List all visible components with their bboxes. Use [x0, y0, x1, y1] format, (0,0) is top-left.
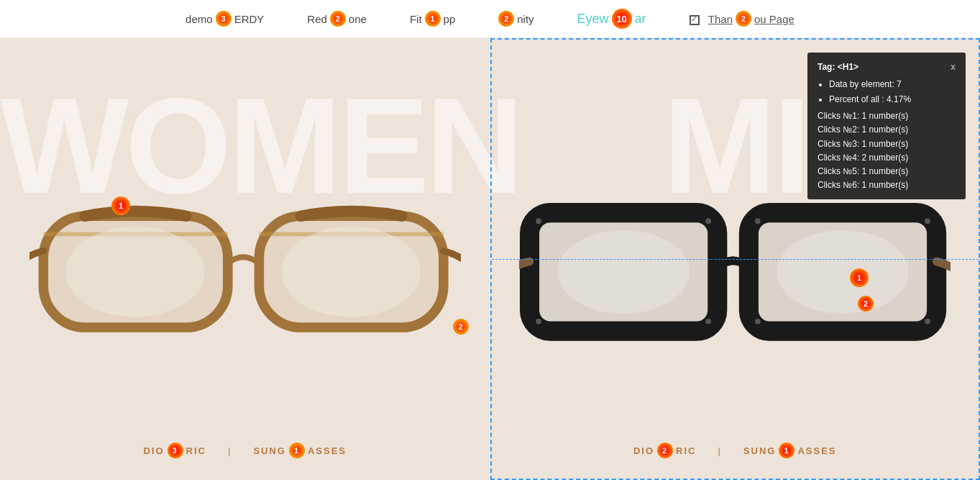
- left-section: WOMEN 1 2: [0, 38, 490, 480]
- nav-thankyou[interactable]: Than 2 ou Page: [690, 11, 794, 27]
- right-link-dioptric[interactable]: DIO 2 RIC: [633, 443, 697, 458]
- right-link-sunglasses[interactable]: SUNG 1 ASSES: [743, 443, 837, 458]
- nav-unity[interactable]: 2 nity: [498, 11, 533, 27]
- nav-redone-label2: one: [349, 13, 367, 25]
- svg-point-9: [536, 319, 541, 325]
- nav-thankyou-label: Than: [708, 13, 733, 25]
- left-glasses: [29, 178, 461, 354]
- nav-redone-label: Red: [307, 13, 327, 25]
- women-glasses-svg: [29, 178, 461, 351]
- nav-eyewear[interactable]: Eyew 10 ar: [577, 9, 646, 29]
- tooltip-header: Tag: <H1> x: [818, 60, 956, 74]
- tooltip-click-item: Clicks №1: 1 number(s): [818, 109, 956, 123]
- right-sep: |: [718, 445, 721, 456]
- left-sunglasses-dot[interactable]: 1: [289, 443, 305, 458]
- left-dioptric-dot[interactable]: 3: [168, 443, 183, 458]
- tooltip-close[interactable]: x: [951, 60, 956, 74]
- nav-unity-label: nity: [517, 13, 533, 25]
- left-sep: |: [228, 445, 232, 456]
- right-heat-marker-1[interactable]: 1: [850, 268, 869, 287]
- left-link-sunglasses[interactable]: SUNG 1 ASSES: [253, 443, 347, 458]
- tooltip-click-item: Clicks №4: 2 number(s): [818, 151, 956, 165]
- main-content: WOMEN 1 2: [0, 38, 980, 480]
- svg-point-16: [557, 230, 690, 314]
- nav-eyewear-dot[interactable]: 10: [612, 9, 632, 29]
- svg-point-10: [706, 319, 712, 325]
- tooltip-click-item: Clicks №5: 1 number(s): [818, 165, 956, 178]
- left-bottom-links: DIO 3 RIC | SUNG 1 ASSES: [143, 443, 347, 458]
- checkbox-icon: [690, 15, 700, 25]
- svg-point-13: [925, 218, 930, 224]
- navbar: demo 3 ERDY Red 2 one Fit 1 pp 2 nity Ey…: [0, 0, 980, 38]
- tooltip-data-by-element: Data by element: 7: [829, 77, 956, 91]
- right-dioptric-dot[interactable]: 2: [657, 443, 673, 458]
- nav-unity-dot[interactable]: 2: [498, 11, 514, 27]
- tooltip-click-item: Clicks №2: 1 number(s): [818, 123, 956, 137]
- nav-redone-dot[interactable]: 2: [330, 11, 346, 27]
- tooltip-clicks: Clicks №1: 1 number(s)Clicks №2: 1 numbe…: [818, 109, 956, 192]
- nav-redone[interactable]: Red 2 one: [307, 11, 367, 27]
- men-glasses-svg: [519, 182, 951, 355]
- right-dot-2[interactable]: 2: [858, 296, 874, 312]
- tooltip-box: Tag: <H1> x Data by element: 7 Percent o…: [807, 53, 966, 199]
- tooltip-click-item: Clicks №3: 1 number(s): [818, 137, 956, 151]
- nav-thankyou-label2: ou Page: [754, 13, 794, 25]
- right-sunglasses-dot[interactable]: 1: [779, 443, 794, 458]
- svg-point-7: [536, 218, 541, 224]
- right-dot-1[interactable]: 1: [850, 268, 869, 287]
- nav-fitapp-label: Fit: [410, 13, 422, 25]
- right-section: MI Tag: <H1> x Data by element: 7 Percen…: [490, 38, 981, 480]
- nav-fitapp-label2: pp: [444, 13, 456, 25]
- nav-fitapp[interactable]: Fit 1 pp: [410, 11, 455, 27]
- right-bottom-links: DIO 2 RIC | SUNG 1 ASSES: [633, 443, 837, 458]
- left-dot-1[interactable]: 1: [111, 196, 130, 215]
- svg-point-17: [777, 230, 909, 314]
- nav-fitapp-dot[interactable]: 1: [425, 11, 441, 27]
- nav-demonerdy-label2: ERDY: [234, 13, 265, 25]
- svg-point-4: [65, 227, 205, 317]
- tooltip-percent: Percent of all : 4.17%: [829, 92, 956, 107]
- nav-thankyou-dot[interactable]: 2: [736, 11, 751, 27]
- tooltip-tag: Tag: <H1>: [818, 60, 858, 74]
- svg-point-5: [281, 227, 421, 317]
- svg-point-8: [706, 218, 712, 224]
- nav-eyewear-label: Eyew: [577, 12, 609, 27]
- left-dot-2[interactable]: 2: [453, 319, 469, 335]
- nav-thankyou-space: [702, 13, 705, 25]
- svg-point-14: [755, 319, 761, 325]
- right-heat-marker-2[interactable]: 2: [858, 296, 874, 312]
- nav-eyewear-label2: ar: [635, 12, 646, 27]
- nav-demonerdy-dot[interactable]: 3: [216, 11, 232, 27]
- left-heat-marker-1[interactable]: 1: [111, 196, 130, 215]
- left-heat-marker-2[interactable]: 2: [453, 319, 469, 335]
- nav-demonerdy-label: demo: [186, 13, 213, 25]
- svg-point-15: [925, 319, 930, 325]
- right-glasses: [519, 182, 951, 358]
- tooltip-summary: Data by element: 7 Percent of all : 4.17…: [818, 77, 956, 107]
- svg-point-12: [755, 218, 761, 224]
- nav-demonerdy[interactable]: demo 3 ERDY: [186, 11, 264, 27]
- left-link-dioptric[interactable]: DIO 3 RIC: [143, 443, 206, 458]
- tooltip-click-item: Clicks №6: 1 number(s): [818, 178, 956, 192]
